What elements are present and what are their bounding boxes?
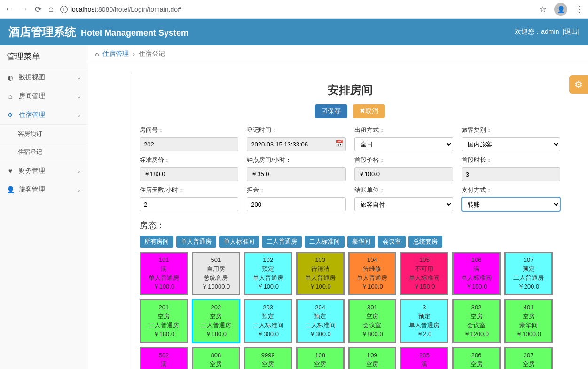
breadcrumb-link[interactable]: 住宿管理	[102, 50, 129, 58]
room-card-105[interactable]: 105不可用单人标准间￥150.0	[400, 252, 448, 295]
panel-title: 安排房间	[140, 80, 560, 104]
room-type: 单人普通房	[142, 274, 186, 283]
breadcrumb-home-icon[interactable]: ⌂	[95, 50, 99, 58]
back-icon[interactable]: ←	[5, 4, 13, 14]
home-icon[interactable]: ⌂	[48, 4, 54, 14]
menu-dots-icon[interactable]: ⋮	[575, 4, 583, 15]
sidebar-item-3[interactable]: ♥财务管理⌄	[0, 161, 88, 180]
room-card-3[interactable]: 3预定单人普通房￥2.0	[400, 299, 448, 343]
hour_price-input[interactable]	[247, 167, 345, 181]
breadcrumb-sep: ›	[133, 50, 135, 58]
sidebar-item-1[interactable]: ⌂房间管理⌄	[0, 87, 88, 106]
room-type-tab-1[interactable]: 单人普通房	[176, 236, 216, 248]
deposit-input[interactable]	[247, 197, 345, 211]
room-no: 401	[507, 303, 550, 312]
room-card-109[interactable]: 109空房单人普通房￥200.0	[348, 347, 397, 369]
pay_method-select[interactable]: 转账	[462, 197, 560, 211]
room-type-tab-7[interactable]: 总统套房	[408, 236, 442, 248]
room-price: ￥100.0	[246, 283, 290, 292]
std_price-input[interactable]	[140, 167, 238, 181]
forward-icon[interactable]: →	[20, 4, 28, 14]
room-card-202[interactable]: 202空房二人普通房￥180.0	[192, 299, 240, 343]
room-card-103[interactable]: 103待清洁单人普通房￥100.0	[296, 252, 345, 295]
sidebar-item-2[interactable]: ✥住宿管理⌄	[0, 106, 88, 124]
field-pay_method: 支付方式：转账	[462, 186, 560, 211]
room-type-tab-0[interactable]: 所有房间	[140, 236, 173, 248]
sidebar-icon: ♥	[7, 167, 14, 175]
room-card-108[interactable]: 108空房二人普通房￥200.0	[296, 347, 345, 369]
room-price: ￥2.0	[402, 330, 446, 339]
settings-gear-icon[interactable]: ⚙	[569, 75, 588, 94]
sidebar-icon: ✥	[7, 111, 14, 119]
room-no: 102	[246, 256, 290, 265]
room-status: 预定	[507, 265, 550, 274]
room-status: 满	[142, 265, 186, 274]
room-card-203[interactable]: 203预定二人标准间￥300.0	[244, 299, 292, 343]
room-type-tab-4[interactable]: 二人标准间	[305, 236, 345, 248]
save-button[interactable]: ☑保存	[315, 104, 347, 118]
room-grid-scroll[interactable]: 101满单人普通房￥100.0501自用房总统套房￥10000.0102预定单人…	[140, 252, 560, 369]
sidebar-item-0[interactable]: ◐数据视图⌄	[0, 68, 88, 87]
app-title-en: Hotel Management System	[81, 28, 188, 38]
room-card-102[interactable]: 102预定单人普通房￥100.0	[244, 252, 292, 295]
room-card-301[interactable]: 301空房会议室￥800.0	[348, 299, 397, 343]
room-card-107[interactable]: 107预定二人普通房￥200.0	[504, 252, 553, 295]
checkin_time-input[interactable]	[247, 137, 345, 151]
bookmark-icon[interactable]: ☆	[539, 4, 547, 15]
room-type: 单人标准间	[402, 274, 446, 283]
sidebar-item-label: 财务管理	[19, 167, 45, 175]
room-no: 201	[142, 303, 186, 312]
profile-avatar[interactable]: 👤	[554, 3, 567, 16]
calendar-icon[interactable]: 📅	[335, 140, 343, 147]
room-card-501[interactable]: 501自用房总统套房￥10000.0	[192, 252, 240, 295]
chevron-right-icon: ⌄	[77, 168, 81, 174]
room-price: ￥100.0	[142, 283, 186, 292]
chevron-right-icon: ⌄	[77, 186, 81, 193]
room-card-205[interactable]: 205满二人标准间￥500.0	[400, 347, 448, 369]
room-card-204[interactable]: 204预定二人标准间￥300.0	[296, 299, 345, 343]
room-card-9999[interactable]: 9999空房单人普通房￥999.0	[244, 347, 292, 369]
app-title-cn: 酒店管理系统	[8, 24, 76, 39]
submenu-item-1[interactable]: 住宿登记	[0, 143, 88, 161]
sidebar: 管理菜单 ◐数据视图⌄⌂房间管理⌄✥住宿管理⌄客房预订住宿登记♥财务管理⌄👤旅客…	[0, 45, 88, 369]
room-type-tab-6[interactable]: 会议室	[378, 236, 406, 248]
room-type-tab-5[interactable]: 豪华间	[347, 236, 375, 248]
settle_unit-select[interactable]: 旅客自付	[354, 197, 453, 211]
site-info-icon[interactable]: i	[60, 6, 68, 13]
rent_mode-select[interactable]: 全日	[354, 137, 453, 151]
first_price-input[interactable]	[354, 167, 453, 181]
first_duration-input[interactable]	[462, 167, 560, 181]
room-card-207[interactable]: 207空房二人标准间￥800.0	[504, 347, 553, 369]
room-no: 203	[246, 303, 290, 312]
room-card-101[interactable]: 101满单人普通房￥100.0	[140, 252, 188, 295]
room_no-input[interactable]	[140, 137, 238, 151]
app-header: 酒店管理系统 Hotel Management System 欢迎您：admin…	[0, 19, 588, 45]
field-std_price: 标准房价：	[140, 156, 238, 181]
browser-toolbar: ← → ⟳ ⌂ i localhost:8080/hotel/Login/tom…	[0, 0, 588, 19]
address-bar[interactable]: i localhost:8080/hotel/Login/tomain.do#	[60, 6, 533, 13]
cancel-button[interactable]: ✖取消	[353, 104, 385, 118]
sidebar-item-4[interactable]: 👤旅客管理⌄	[0, 180, 88, 199]
room-card-106[interactable]: 106满单人标准间￥150.0	[452, 252, 501, 295]
field-label: 钟点房间/小时：	[247, 156, 345, 164]
room-card-502[interactable]: 502满总统套房￥8999.0	[140, 347, 188, 369]
url-path: /hotel/Login/tomain.do#	[113, 6, 181, 13]
sidebar-icon: 👤	[7, 186, 14, 193]
room-type-tab-3[interactable]: 二人普通房	[262, 236, 302, 248]
guest_type-select[interactable]: 国内旅客	[462, 137, 560, 151]
room-card-201[interactable]: 201空房二人普通房￥180.0	[140, 299, 188, 343]
logout-link[interactable]: [退出]	[563, 28, 580, 35]
room-type-tab-2[interactable]: 单人标准间	[219, 236, 259, 248]
room-card-401[interactable]: 401空房豪华间￥1000.0	[504, 299, 553, 343]
room-type: 单人普通房	[298, 274, 342, 283]
room-card-104[interactable]: 104待维修单人普通房￥100.0	[348, 252, 397, 295]
room-type: 二人标准间	[246, 321, 290, 330]
room-card-302[interactable]: 302空房会议室￥1200.0	[452, 299, 501, 343]
room-card-808[interactable]: 808空房单人普通房￥800000.0	[192, 347, 240, 369]
room-status-title: 房态：	[140, 220, 560, 231]
room-card-206[interactable]: 206空房二人标准间￥600.0	[452, 347, 501, 369]
field-first_duration: 首段时长：	[462, 156, 560, 181]
stay_days-input[interactable]	[140, 197, 238, 211]
reload-icon[interactable]: ⟳	[35, 4, 42, 15]
submenu-item-0[interactable]: 客房预订	[0, 125, 88, 143]
